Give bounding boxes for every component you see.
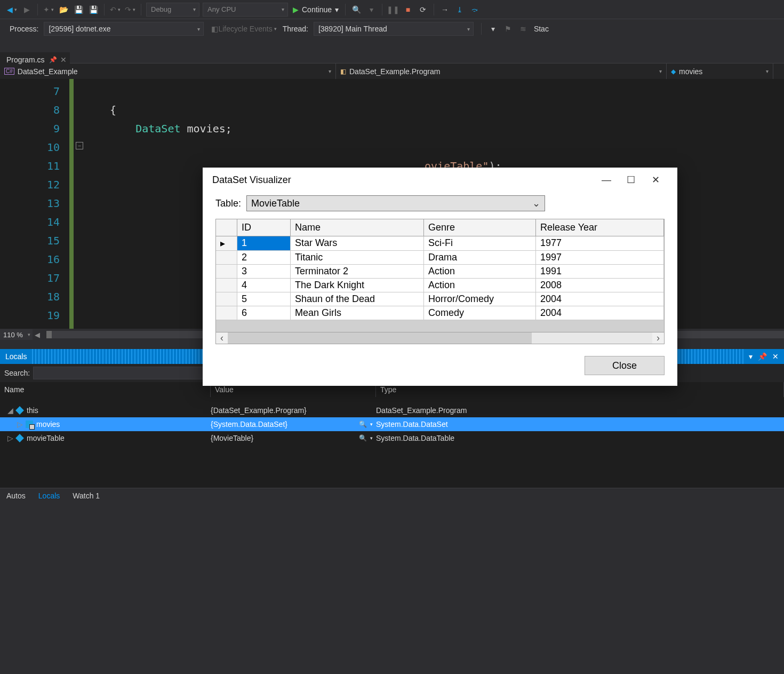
save-all-button[interactable]: 💾 — [86, 3, 100, 17]
scroll-left-button[interactable]: ◀ — [33, 331, 42, 339]
cell-id[interactable]: 2 — [237, 251, 291, 265]
scroll-right-icon[interactable]: › — [652, 332, 664, 344]
cell-genre[interactable]: Horror/Comedy — [424, 292, 536, 306]
pin-panel-button[interactable]: 📌 — [758, 352, 767, 361]
visualizer-chevron-icon[interactable]: ▾ — [370, 435, 373, 441]
zoom-select[interactable]: 110 % — [0, 329, 33, 340]
namespace-select[interactable]: C# DataSet_Example — [0, 64, 336, 79]
stop-button[interactable]: ■ — [401, 3, 415, 17]
close-panel-button[interactable]: ✕ — [772, 352, 779, 361]
cell-name[interactable]: Shaun of the Dead — [291, 292, 424, 306]
member-select[interactable]: ◆ movies — [667, 64, 773, 79]
row-header[interactable] — [216, 265, 237, 279]
threads-icon[interactable]: ≋ — [516, 22, 530, 36]
bottom-tab-autos[interactable]: Autos — [0, 488, 32, 503]
cell-genre[interactable]: Action — [424, 265, 536, 279]
close-dialog-button[interactable]: ✕ — [643, 174, 668, 186]
new-project-button[interactable]: ✦▾ — [42, 3, 55, 17]
locals-row[interactable]: ▷movies{System.Data.DataSet}🔍▾System.Dat… — [0, 417, 784, 431]
data-grid-row[interactable]: 2TitanicDrama1997 — [216, 251, 664, 265]
cell-genre[interactable]: Drama — [424, 251, 536, 265]
cell-name[interactable]: Terminator 2 — [291, 265, 424, 279]
cell-id[interactable]: 1 — [237, 236, 291, 251]
cell-id[interactable]: 4 — [237, 279, 291, 292]
fold-toggle[interactable]: − — [76, 142, 83, 149]
cell-year[interactable]: 2004 — [536, 292, 664, 306]
row-header[interactable] — [216, 306, 237, 320]
type-select[interactable]: ◧ DataSet_Example.Program — [336, 64, 667, 79]
row-header[interactable] — [216, 292, 237, 306]
pin-icon[interactable]: 📌 — [49, 56, 57, 64]
cell-id[interactable]: 6 — [237, 306, 291, 320]
data-grid-row[interactable]: 4The Dark KnightAction2008 — [216, 279, 664, 292]
nav-back-button[interactable]: ◀▾ — [5, 3, 19, 17]
pause-button[interactable]: ❚❚ — [386, 3, 400, 17]
process-select[interactable]: [29596] dotnet.exe — [44, 22, 204, 36]
cell-name[interactable]: Titanic — [291, 251, 424, 265]
cell-year[interactable]: 2008 — [536, 279, 664, 292]
cell-year[interactable]: 1997 — [536, 251, 664, 265]
cell-year[interactable]: 1991 — [536, 265, 664, 279]
table-select[interactable]: MovieTable — [246, 195, 545, 211]
platform-select[interactable]: Any CPU — [203, 3, 288, 17]
col-name[interactable]: Name — [291, 219, 424, 236]
visualizer-icon[interactable]: 🔍 — [359, 434, 367, 442]
step-next-button[interactable]: → — [438, 3, 452, 17]
expander-icon[interactable]: ◢ — [6, 406, 14, 415]
cell-year[interactable]: 1977 — [536, 236, 664, 251]
bottom-tab-watch-1[interactable]: Watch 1 — [66, 488, 106, 503]
locals-header-name[interactable]: Name — [0, 382, 211, 397]
thread-select[interactable]: [38920] Main Thread — [314, 22, 474, 36]
data-grid-row[interactable]: 6Mean GirlsComedy2004 — [216, 306, 664, 320]
col-year[interactable]: Release Year — [536, 219, 664, 236]
scroll-left-icon[interactable]: ‹ — [216, 332, 228, 344]
visualizer-icon[interactable]: 🔍 — [359, 421, 367, 428]
minimize-button[interactable]: — — [594, 175, 619, 186]
data-grid-row[interactable]: ▸1Star WarsSci-Fi1977 — [216, 236, 664, 251]
step-over-button[interactable]: ⤼ — [468, 3, 482, 17]
data-grid-scrollbar[interactable]: ‹ › — [216, 332, 664, 344]
col-genre[interactable]: Genre — [424, 219, 536, 236]
cell-year[interactable]: 2004 — [536, 306, 664, 320]
cell-genre[interactable]: Comedy — [424, 306, 536, 320]
data-grid-row[interactable]: 5Shaun of the DeadHorror/Comedy2004 — [216, 292, 664, 306]
dialog-titlebar[interactable]: DataSet Visualizer — ☐ ✕ — [203, 168, 677, 192]
filter-icon[interactable]: ▾ — [486, 22, 500, 36]
configuration-select[interactable]: Debug — [146, 3, 199, 17]
cell-id[interactable]: 5 — [237, 292, 291, 306]
row-header[interactable]: ▸ — [216, 236, 237, 251]
data-grid-new-row[interactable] — [216, 320, 664, 332]
cell-genre[interactable]: Sci-Fi — [424, 236, 536, 251]
continue-button[interactable]: ▶Continue▾ — [290, 3, 342, 17]
window-options-button[interactable]: ▾ — [749, 352, 753, 361]
data-grid-row[interactable]: 3Terminator 2Action1991 — [216, 265, 664, 279]
cell-name[interactable]: Mean Girls — [291, 306, 424, 320]
cell-name[interactable]: Star Wars — [291, 236, 424, 251]
redo-button[interactable]: ↷▾ — [123, 3, 137, 17]
col-id[interactable]: ID — [237, 219, 291, 236]
fold-gutter[interactable]: − — [74, 79, 89, 340]
expander-icon[interactable]: ▷ — [6, 434, 14, 442]
bottom-tab-locals[interactable]: Locals — [32, 488, 66, 503]
restart-button[interactable]: ⟳ — [416, 3, 430, 17]
maximize-button[interactable]: ☐ — [619, 174, 643, 186]
flag-icon[interactable]: ⚑ — [501, 22, 515, 36]
cell-genre[interactable]: Action — [424, 279, 536, 292]
cell-id[interactable]: 3 — [237, 265, 291, 279]
cell-name[interactable]: The Dark Knight — [291, 279, 424, 292]
data-grid[interactable]: ID Name Genre Release Year ▸1Star WarsSc… — [215, 219, 665, 344]
locals-row[interactable]: ◢this{DataSet_Example.Program}DataSet_Ex… — [0, 403, 784, 417]
close-button[interactable]: Close — [585, 356, 665, 375]
row-header[interactable] — [216, 279, 237, 292]
undo-button[interactable]: ↶▾ — [108, 3, 122, 17]
locals-row[interactable]: ▷movieTable{MovieTable}🔍▾System.Data.Dat… — [0, 431, 784, 445]
open-file-button[interactable]: 📂 — [57, 3, 70, 17]
step-into-button[interactable]: ⤓ — [453, 3, 467, 17]
lifecycle-events-button[interactable]: ◧ Lifecycle Events ▾ — [211, 22, 276, 36]
find-in-files-button[interactable]: 🔍 — [349, 3, 363, 17]
save-button[interactable]: 💾 — [71, 3, 85, 17]
overflow-button[interactable]: ▾ — [364, 3, 378, 17]
row-header[interactable] — [216, 251, 237, 265]
visualizer-chevron-icon[interactable]: ▾ — [370, 422, 373, 427]
expander-icon[interactable]: ▷ — [16, 420, 23, 429]
